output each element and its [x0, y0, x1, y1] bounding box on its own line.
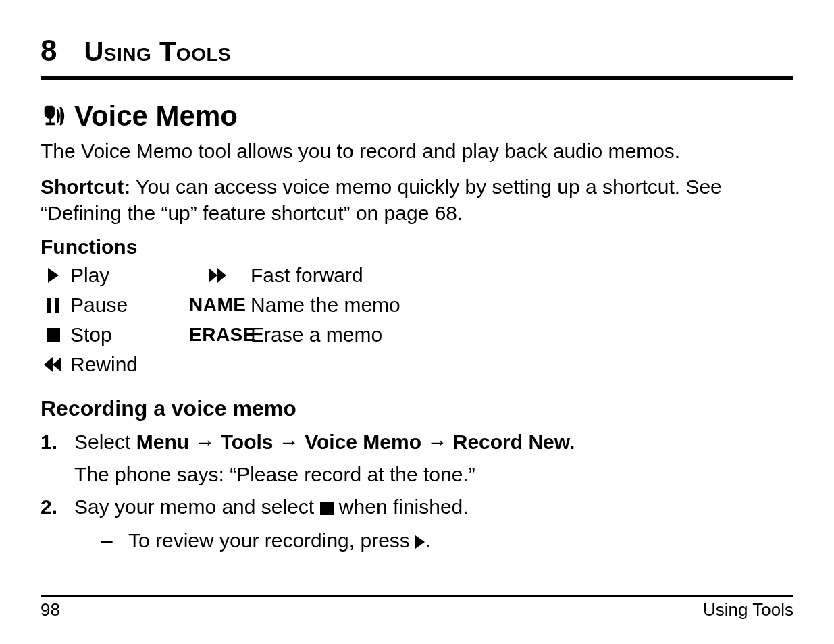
play-label: Play: [70, 264, 185, 287]
name-key-label: NAME: [189, 294, 246, 316]
erase-desc: Erase a memo: [251, 323, 793, 346]
chapter-rule: [41, 76, 793, 80]
section-title: Voice Memo: [74, 100, 238, 132]
play-icon-inline: [415, 528, 425, 556]
page-footer: 98 Using Tools: [41, 595, 793, 620]
name-desc: Name the memo: [251, 294, 793, 317]
menu-path-0: Menu: [136, 431, 189, 453]
arrow-icon: →: [427, 431, 447, 453]
menu-path-1: Tools: [221, 431, 273, 453]
step-1: Select Menu → Tools → Voice Memo → Recor…: [41, 428, 793, 489]
step2-sub-a: To review your recording, press: [128, 529, 415, 552]
stop-icon-inline: [320, 494, 334, 522]
page-number: 98: [41, 599, 60, 620]
shortcut-label: Shortcut:: [41, 176, 130, 198]
svg-marker-7: [53, 357, 61, 372]
svg-marker-1: [209, 268, 217, 283]
svg-marker-6: [44, 357, 53, 372]
functions-grid: Play Fast forward Pause NAME Name the me…: [41, 264, 793, 376]
menu-path-3: Record New.: [453, 431, 575, 453]
pause-label: Pause: [70, 294, 185, 317]
svg-rect-4: [55, 298, 59, 313]
functions-heading: Functions: [41, 236, 793, 259]
svg-rect-5: [47, 328, 60, 342]
rewind-label: Rewind: [70, 353, 185, 376]
chapter-title: Using Tools: [84, 36, 231, 67]
svg-marker-2: [217, 268, 226, 283]
chapter-number: 8: [41, 34, 57, 68]
footer-section: Using Tools: [703, 599, 793, 620]
step2-text-b: when finished.: [334, 495, 469, 518]
shortcut-body: You can access voice memo quickly by set…: [41, 176, 722, 224]
recording-heading: Recording a voice memo: [41, 396, 793, 421]
footer-rule: [41, 595, 793, 597]
rewind-icon: [41, 357, 66, 372]
intro-text: The Voice Memo tool allows you to record…: [41, 138, 793, 164]
shortcut-text: Shortcut: You can access voice memo quic…: [41, 173, 793, 226]
step2-text-a: Say your memo and select: [74, 495, 320, 518]
step-2: Say your memo and select when finished. …: [41, 493, 793, 556]
play-icon: [41, 268, 66, 283]
pause-icon: [41, 298, 66, 313]
section-heading: Voice Memo: [41, 100, 793, 132]
step1-prefix: Select: [74, 431, 136, 453]
erase-key-label: ERASE: [189, 324, 246, 346]
step2-sub: To review your recording, press .: [101, 527, 793, 556]
fast-forward-icon: [189, 268, 246, 283]
svg-marker-9: [415, 535, 425, 549]
arrow-icon: →: [279, 431, 299, 453]
step1-sub: The phone says: “Please record at the to…: [74, 460, 793, 489]
fast-forward-label: Fast forward: [251, 264, 793, 287]
svg-rect-3: [47, 298, 51, 313]
step2-sub-b: .: [425, 529, 430, 552]
stop-icon: [41, 328, 66, 342]
page: 8 Using Tools Voice Memo The Voice Memo …: [0, 0, 834, 644]
menu-path-2: Voice Memo: [305, 431, 421, 453]
svg-rect-8: [320, 502, 334, 515]
voice-memo-icon: [41, 103, 66, 129]
svg-marker-0: [48, 268, 59, 283]
chapter-heading: 8 Using Tools: [41, 34, 793, 68]
stop-label: Stop: [70, 323, 185, 346]
steps-list: Select Menu → Tools → Voice Memo → Recor…: [41, 428, 793, 556]
arrow-icon: →: [194, 431, 215, 453]
